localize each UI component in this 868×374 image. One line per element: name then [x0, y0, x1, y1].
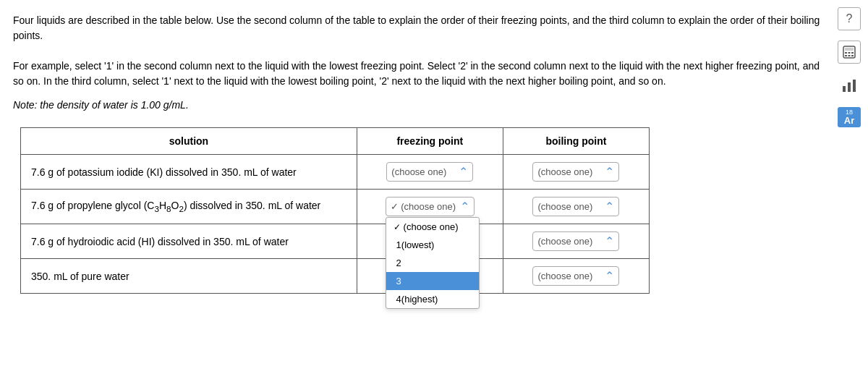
bp-cell-2: (choose one) ⌃	[503, 190, 649, 224]
bar-chart-icon	[841, 77, 857, 93]
dropdown-item-4highest[interactable]: 4(highest)	[386, 290, 479, 308]
dropdown-item-2[interactable]: 2	[386, 254, 479, 272]
instructions-block: Four liquids are described in the table …	[13, 13, 825, 89]
periodic-table-button[interactable]: 18 Ar	[838, 107, 861, 127]
bp-select-1[interactable]: (choose one) ⌃	[532, 162, 619, 182]
chevron-down-icon: ⌃	[460, 200, 469, 213]
calculator-icon	[842, 45, 856, 59]
dropdown-item-3[interactable]: 3	[386, 272, 479, 290]
table-row: 7.6 g of potassium iodide (KI) dissolved…	[21, 155, 650, 190]
help-button[interactable]: ?	[838, 7, 861, 30]
fp-select-2-label: ✓ (choose one)	[391, 201, 456, 212]
note: Note: the density of water is 1.00 g/mL.	[13, 98, 825, 113]
table-row: 7.6 g of propylene glycol (C3H8O2) disso…	[21, 190, 650, 224]
col-header-boiling-point: boiling point	[503, 128, 649, 155]
svg-rect-10	[853, 80, 856, 92]
svg-rect-8	[843, 86, 846, 92]
fp-select-2[interactable]: ✓ (choose one) ⌃	[386, 197, 475, 216]
chevron-down-icon: ⌃	[605, 165, 614, 179]
fp-cell-1: (choose one) ⌃	[357, 155, 503, 190]
fp-dropdown-open-2: ✓ (choose one) ⌃ ✓ (choose one) 1(lowest…	[386, 197, 475, 216]
bp-cell-4: (choose one) ⌃	[503, 259, 649, 294]
fp-select-1[interactable]: (choose one) ⌃	[386, 162, 473, 182]
solution-cell-1: 7.6 g of potassium iodide (KI) dissolved…	[21, 155, 357, 190]
fp-dropdown-menu-2: ✓ (choose one) 1(lowest) 2	[386, 217, 480, 309]
col-header-solution: solution	[21, 128, 357, 155]
chevron-down-icon: ⌃	[459, 165, 468, 179]
bp-select-4-label: (choose one)	[537, 271, 592, 281]
dropdown-item-choose[interactable]: ✓ (choose one)	[386, 218, 479, 236]
svg-rect-1	[845, 48, 854, 51]
calculator-button[interactable]	[838, 41, 861, 64]
solution-cell-3: 7.6 g of hydroiodic acid (HI) dissolved …	[21, 224, 357, 259]
svg-rect-6	[848, 55, 851, 56]
solutions-table: solution freezing point boiling point 7.…	[20, 127, 650, 294]
table-row: 350. mL of pure water (choose one) ⌃ (ch…	[21, 259, 650, 294]
fp-select-1-label: (choose one)	[391, 166, 446, 177]
solution-cell-2: 7.6 g of propylene glycol (C3H8O2) disso…	[21, 190, 357, 224]
svg-rect-3	[848, 52, 851, 54]
svg-rect-2	[845, 52, 847, 54]
bp-select-4[interactable]: (choose one) ⌃	[532, 266, 619, 286]
chevron-down-icon: ⌃	[605, 200, 614, 213]
fp-cell-2: ✓ (choose one) ⌃ ✓ (choose one) 1(lowest…	[357, 190, 503, 224]
table-row: 7.6 g of hydroiodic acid (HI) dissolved …	[21, 224, 650, 259]
sidebar: ? 18 Ar	[838, 7, 861, 127]
bp-select-3-label: (choose one)	[537, 236, 592, 247]
bar-chart-button[interactable]	[838, 74, 861, 97]
bp-select-1-label: (choose one)	[537, 166, 592, 177]
svg-rect-9	[848, 82, 851, 92]
bp-cell-1: (choose one) ⌃	[503, 155, 649, 190]
svg-rect-4	[851, 52, 854, 54]
col-header-freezing-point: freezing point	[357, 128, 503, 155]
solution-cell-4: 350. mL of pure water	[21, 259, 357, 294]
dropdown-item-1lowest[interactable]: 1(lowest)	[386, 236, 479, 254]
instructions-para2: For example, select '1' in the second co…	[13, 59, 825, 89]
svg-rect-7	[851, 55, 854, 56]
chevron-down-icon: ⌃	[605, 234, 614, 248]
svg-rect-5	[845, 55, 847, 56]
bp-select-3[interactable]: (choose one) ⌃	[532, 231, 619, 251]
instructions-para1: Four liquids are described in the table …	[13, 13, 825, 43]
bp-select-2[interactable]: (choose one) ⌃	[532, 197, 619, 216]
bp-select-2-label: (choose one)	[537, 201, 592, 212]
chevron-down-icon: ⌃	[605, 269, 614, 283]
bp-cell-3: (choose one) ⌃	[503, 224, 649, 259]
